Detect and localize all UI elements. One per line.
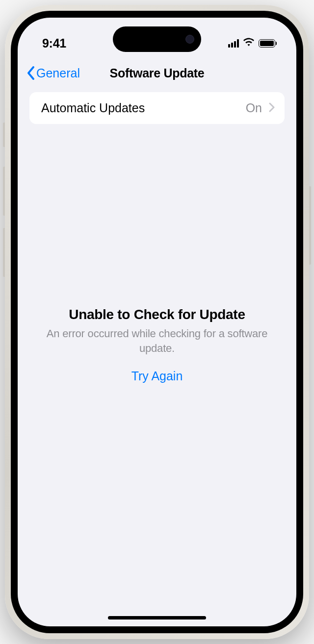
phone-frame: 9:41 (5, 5, 309, 639)
home-indicator[interactable] (108, 616, 206, 619)
chevron-right-icon (269, 102, 275, 114)
phone-bezel: 9:41 (11, 11, 303, 633)
side-button-mute (3, 123, 5, 147)
automatic-updates-row[interactable]: Automatic Updates On (29, 92, 285, 124)
error-message: An error occurred while checking for a s… (42, 326, 272, 355)
automatic-updates-value: On (246, 101, 262, 115)
dynamic-island (113, 26, 201, 52)
settings-value-wrap: On (246, 101, 275, 115)
chevron-left-icon (26, 66, 35, 80)
battery-icon (259, 39, 277, 48)
status-icons (228, 38, 277, 49)
back-button[interactable]: General (26, 66, 80, 80)
error-title: Unable to Check for Update (42, 307, 272, 322)
back-label: General (36, 66, 80, 80)
automatic-updates-label: Automatic Updates (41, 101, 145, 115)
navigation-bar: General Software Update (18, 57, 296, 92)
content-area: Automatic Updates On (18, 92, 296, 124)
cellular-signal-icon (228, 39, 239, 48)
front-camera (185, 35, 194, 44)
screen: 9:41 (18, 18, 296, 626)
try-again-button[interactable]: Try Again (131, 369, 183, 383)
page-title: Software Update (110, 66, 205, 80)
side-button-power (309, 186, 311, 265)
side-button-volume-up (3, 167, 5, 216)
error-section: Unable to Check for Update An error occu… (18, 307, 296, 383)
side-button-volume-down (3, 228, 5, 277)
status-time: 9:41 (42, 36, 66, 50)
wifi-icon (243, 38, 255, 49)
